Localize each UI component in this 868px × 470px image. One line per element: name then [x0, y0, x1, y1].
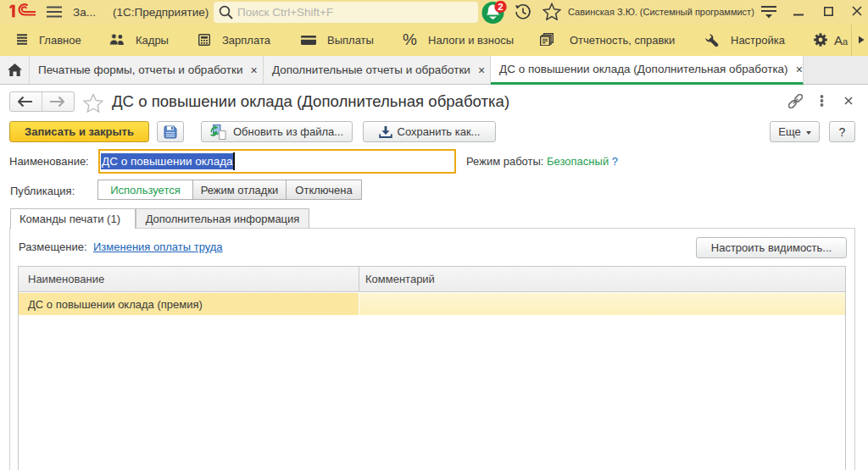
svg-text:2: 2 — [498, 2, 503, 12]
